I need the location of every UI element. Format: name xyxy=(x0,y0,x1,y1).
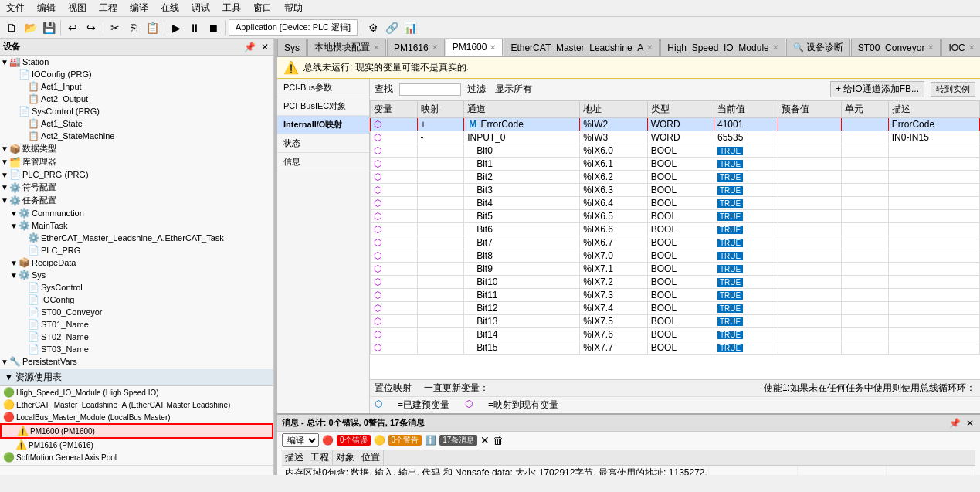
undo-btn[interactable]: ↩ xyxy=(64,19,81,36)
tab-IOC[interactable]: IOC✕ xyxy=(941,39,980,56)
tab-设备诊断[interactable]: 🔍设备诊断 xyxy=(786,39,850,56)
cut-btn[interactable]: ✂ xyxy=(107,19,124,36)
tree-item[interactable]: 📄ST01_Name xyxy=(0,318,273,331)
clear-icon[interactable]: ✕ xyxy=(480,434,490,446)
table-row[interactable]: ⬡Bit1%IX6.1BOOLTRUE xyxy=(371,158,980,171)
io-nav-item[interactable]: PCI-BusIEC对象 xyxy=(277,97,369,116)
tree-item[interactable]: 📄IOConfig (PRG) xyxy=(0,68,273,80)
tree-item[interactable]: ▼🏭Station xyxy=(0,56,273,68)
tree-item[interactable]: ▼⚙️符号配置 xyxy=(0,181,273,194)
tab-close-icon[interactable]: ✕ xyxy=(772,43,778,52)
settings-btn[interactable]: ⚙ xyxy=(365,19,381,36)
table-row[interactable]: ⬡Bit13%IX7.5BOOLTRUE xyxy=(371,315,980,328)
table-row[interactable]: ⬡Bit3%IX6.3BOOLTRUE xyxy=(371,184,980,197)
menu-build[interactable]: 编译 xyxy=(127,0,151,16)
tab-本地模块配置[interactable]: 本地模块配置✕ xyxy=(307,39,386,56)
filter-select[interactable]: 编译 xyxy=(282,433,319,447)
build-btn[interactable]: ▶ xyxy=(168,19,185,36)
tree-item[interactable]: 📋Act2_Output xyxy=(0,93,273,105)
table-row[interactable]: ⬡Bit15%IX7.7BOOLTRUE xyxy=(371,341,980,355)
redo-btn[interactable]: ↪ xyxy=(83,19,100,36)
stop-btn[interactable]: ⏹ xyxy=(205,19,222,36)
table-row[interactable]: ⬡Bit8%IX7.0BOOLTRUE xyxy=(371,249,980,263)
find-input[interactable] xyxy=(399,83,461,96)
table-row[interactable]: ⬡Bit10%IX7.2BOOLTRUE xyxy=(371,276,980,289)
new-btn[interactable]: 🗋 xyxy=(3,19,20,36)
tree-item[interactable]: ▼🗂️库管理器 xyxy=(0,155,273,168)
table-row[interactable]: ⬡Bit7%IX6.7BOOLTRUE xyxy=(371,236,980,249)
menu-online[interactable]: 在线 xyxy=(158,0,182,16)
resource-child-item[interactable]: ⚠️PM1616 (PM1616) xyxy=(0,439,273,451)
tab-close-icon[interactable]: ✕ xyxy=(646,43,653,52)
resource-item[interactable]: 🟢High_Speed_IO_Module (High Speed IO) xyxy=(0,386,273,399)
table-row[interactable]: ⬡Bit11%IX7.3BOOLTRUE xyxy=(371,289,980,302)
tab-close-icon[interactable]: ✕ xyxy=(373,43,379,52)
table-row[interactable]: ⬡Bit9%IX7.1BOOLTRUE xyxy=(371,263,980,276)
table-row[interactable]: ⬡+M ErrorCode%IW2WORD41001ErrorCode xyxy=(371,118,980,131)
tree-item[interactable]: 📄ST03_Name xyxy=(0,343,273,355)
save-btn[interactable]: 💾 xyxy=(40,19,57,36)
menu-window[interactable]: 窗口 xyxy=(250,0,275,16)
resource-child-item[interactable]: ⚠️PM1600 (PM1600) xyxy=(0,423,273,439)
tree-item[interactable]: 📄ST00_Conveyor xyxy=(0,306,273,318)
monitor-btn[interactable]: 📊 xyxy=(402,19,419,36)
tree-item[interactable]: 📄SysControl xyxy=(0,281,273,294)
pin-bottom-icon[interactable]: 📌 xyxy=(948,418,962,429)
menu-view[interactable]: 视图 xyxy=(65,0,90,16)
tab-EtherCAT_Master_Leadshine_A[interactable]: EtherCAT_Master_Leadshine_A✕ xyxy=(504,39,660,56)
table-row[interactable]: ⬡Bit12%IX7.4BOOLTRUE xyxy=(371,302,980,315)
clear-all-icon[interactable]: 🗑 xyxy=(493,434,504,446)
tree-item[interactable]: 📋Act1_Input xyxy=(0,80,273,93)
menu-debug[interactable]: 调试 xyxy=(188,0,213,16)
tree-item[interactable]: ▼⚙️MainTask xyxy=(0,219,273,232)
copy-btn[interactable]: ⎘ xyxy=(125,19,142,36)
tree-item[interactable]: ▼🔧PersistentVars xyxy=(0,355,273,368)
table-row[interactable]: ⬡Bit0%IX6.0BOOLTRUE xyxy=(371,144,980,158)
add-io-btn[interactable]: + 给IO通道添加FB... xyxy=(830,81,924,97)
table-row[interactable]: ⬡Bit4%IX6.4BOOLTRUE xyxy=(371,197,980,210)
pin-icon[interactable]: 📌 xyxy=(242,42,257,53)
tree-item[interactable]: 📄PLC_PRG xyxy=(0,244,273,256)
tree-item[interactable]: ▼⚙️Sys xyxy=(0,269,273,281)
resource-item[interactable]: 🔴LocalBus_Master_Module (LocalBus Master… xyxy=(0,411,273,423)
table-row[interactable]: ⬡Bit14%IX7.6BOOLTRUE xyxy=(371,328,980,341)
online-btn[interactable]: 🔗 xyxy=(383,19,400,36)
tree-item[interactable]: 📋Act2_StateMachine xyxy=(0,130,273,142)
debug-btn[interactable]: ⏸ xyxy=(186,19,203,36)
tab-PM1600[interactable]: PM1600✕ xyxy=(446,39,504,56)
resources-header[interactable]: ▼ 资源使用表 xyxy=(0,369,273,386)
tree-item[interactable]: 📄IOConfig xyxy=(0,294,273,306)
table-row[interactable]: ⬡Bit5%IX6.5BOOLTRUE xyxy=(371,210,980,223)
menu-help[interactable]: 帮助 xyxy=(281,0,306,16)
table-row[interactable]: ⬡Bit6%IX6.6BOOLTRUE xyxy=(371,223,980,236)
convert-btn[interactable]: 转到实例 xyxy=(931,82,975,97)
io-nav-item[interactable]: 信息 xyxy=(277,153,369,171)
open-btn[interactable]: 📂 xyxy=(22,19,39,36)
tab-close-icon[interactable]: ✕ xyxy=(968,43,975,52)
tree-item[interactable]: 📄SysControl (PRG) xyxy=(0,105,273,117)
tab-Sys[interactable]: Sys xyxy=(277,39,307,56)
tab-close-icon[interactable]: ✕ xyxy=(490,43,496,52)
tree-item[interactable]: 📋Act1_State xyxy=(0,117,273,130)
io-nav-item[interactable]: 状态 xyxy=(277,134,369,153)
app-label[interactable]: Application [Device: PLC 逻辑] xyxy=(229,19,358,36)
table-row[interactable]: ⬡-INPUT_0%IW3WORD65535IN0-IN15 xyxy=(371,131,980,144)
io-nav-item[interactable]: PCI-Bus参数 xyxy=(277,79,369,97)
menu-project[interactable]: 工程 xyxy=(96,0,120,16)
paste-btn[interactable]: 📋 xyxy=(144,19,161,36)
tree-item[interactable]: 📄ST02_Name xyxy=(0,331,273,343)
tree-item[interactable]: ▼📦数据类型 xyxy=(0,142,273,155)
tab-ST00_Conveyor[interactable]: ST00_Conveyor✕ xyxy=(851,39,941,56)
tree-item[interactable]: ▼📦RecipeData xyxy=(0,256,273,269)
tab-PM1616[interactable]: PM1616✕ xyxy=(387,39,445,56)
resource-item[interactable]: 🟡EtherCAT_Master_Leadshine_A (EtherCAT M… xyxy=(0,399,273,411)
tree-item[interactable]: ▼📄PLC_PRG (PRG) xyxy=(0,168,273,181)
table-row[interactable]: ⬡Bit2%IX6.2BOOLTRUE xyxy=(371,171,980,184)
menu-edit[interactable]: 编辑 xyxy=(34,0,59,16)
io-nav-item[interactable]: InternalI/O映射 xyxy=(277,116,369,134)
menu-file[interactable]: 文件 xyxy=(3,0,28,16)
tree-item[interactable]: ⚙️EtherCAT_Master_Leadshine_A.EtherCAT_T… xyxy=(0,232,273,244)
close-bottom-icon[interactable]: ✕ xyxy=(965,418,975,429)
menu-tools[interactable]: 工具 xyxy=(219,0,244,16)
tab-close-icon[interactable]: ✕ xyxy=(432,43,438,52)
